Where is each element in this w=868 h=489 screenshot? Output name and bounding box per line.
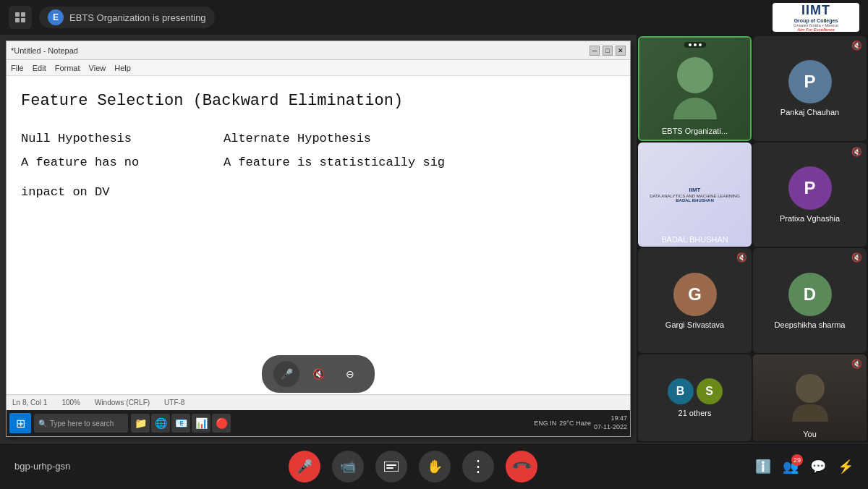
notepad-encoding: UTF-8 bbox=[164, 399, 184, 407]
notepad-minimize-button[interactable]: ─ bbox=[590, 46, 600, 56]
svg-rect-0 bbox=[384, 462, 399, 472]
alt-hyp-body: A feature is statistically sig bbox=[224, 153, 616, 174]
you-name: You bbox=[753, 430, 867, 438]
windows-search[interactable]: 🔍 Type here to search bbox=[34, 414, 128, 433]
gargi-name: Gargi Srivastava bbox=[663, 320, 727, 329]
notepad-close-button[interactable]: ✕ bbox=[616, 46, 626, 56]
participants-button[interactable]: 👥 29 bbox=[783, 459, 799, 475]
notepad-window: *Untitled - Notepad ─ □ ✕ File Edit Form… bbox=[6, 41, 631, 437]
others-name: 21 others bbox=[676, 409, 715, 417]
top-bar: E EBTS Organization is presenting IIMT G… bbox=[0, 0, 868, 35]
participant-tile-badal: IIMT DATA ANALYTICS AND MACHINE LEARNING… bbox=[638, 143, 752, 247]
taskbar-icon-2[interactable]: 🌐 bbox=[151, 414, 170, 433]
notepad-heading: Feature Selection (Backward Elimination) bbox=[21, 88, 616, 114]
gargi-avatar: G bbox=[673, 273, 717, 316]
others-badge-b: B bbox=[668, 378, 694, 404]
notepad-cursor-pos: Ln 8, Col 1 bbox=[12, 399, 47, 407]
grid-icon bbox=[15, 12, 25, 22]
top-bar-left: E EBTS Organization is presenting bbox=[9, 6, 215, 29]
notepad-menu-view[interactable]: View bbox=[89, 64, 106, 72]
notepad-titlebar: *Untitled - Notepad ─ □ ✕ bbox=[7, 41, 630, 60]
others-badges: B S bbox=[668, 378, 723, 404]
chat-button[interactable]: 💬 bbox=[810, 459, 826, 475]
notepad-menubar: File Edit Format View Help bbox=[7, 60, 630, 76]
alt-hyp-label: Alternate Hypothesis bbox=[224, 129, 616, 150]
deepshikha-mute-icon: 🔇 bbox=[851, 252, 862, 263]
pankaj-name: Pankaj Chauhan bbox=[778, 108, 842, 116]
presenter-initial: E bbox=[53, 12, 59, 22]
others-badge-s: S bbox=[697, 378, 723, 404]
notepad-hypothesis-table: Null Hypothesis Alternate Hypothesis A f… bbox=[21, 129, 616, 174]
iimt-logo: IIMT Group of Colleges Greater Noida • M… bbox=[773, 3, 859, 32]
iimt-logo-image: IIMT Group of Colleges Greater Noida • M… bbox=[773, 3, 859, 32]
taskbar-icon-5[interactable]: 🔴 bbox=[212, 414, 231, 433]
impact-text: inpact on DV bbox=[21, 182, 616, 203]
overlay-volume-button[interactable]: 🔇 bbox=[305, 361, 331, 387]
bottom-toolbar: bgp-urhp-gsn 🎤 📹 ✋ ⋮ 📞 ℹ️ 👥 29 💬 ⚡ bbox=[0, 443, 868, 489]
hand-raise-button[interactable]: ✋ bbox=[419, 451, 451, 482]
taskbar-temperature: 29°C Haze bbox=[559, 420, 591, 427]
windows-taskbar: ⊞ 🔍 Type here to search 📁 🌐 📧 📊 🔴 bbox=[7, 410, 630, 436]
pankaj-avatar: P bbox=[788, 60, 832, 103]
notepad-controls: ─ □ ✕ bbox=[590, 46, 626, 56]
presenter-text: EBTS Organization is presenting bbox=[69, 12, 206, 23]
taskbar-icon-3[interactable]: 📧 bbox=[171, 414, 190, 433]
participant-tile-ebts: EBTS Organizati... bbox=[638, 36, 752, 141]
toolbar-left: bgp-urhp-gsn bbox=[14, 461, 70, 472]
toolbar-right: ℹ️ 👥 29 💬 ⚡ bbox=[755, 459, 854, 475]
info-button[interactable]: ℹ️ bbox=[755, 459, 771, 475]
windows-taskbar-icons: 📁 🌐 📧 📊 🔴 bbox=[131, 414, 531, 433]
iimt-subtitle: Group of Colleges bbox=[793, 18, 838, 23]
participant-tile-you: 🔇 You bbox=[753, 354, 867, 441]
taskbar-encoding: ENG IN bbox=[534, 420, 556, 427]
notepad-menu-format[interactable]: Format bbox=[55, 64, 80, 72]
ebts-three-dots[interactable] bbox=[684, 42, 706, 48]
null-hyp-label: Null Hypothesis bbox=[21, 129, 224, 150]
camera-button[interactable]: 📹 bbox=[332, 451, 364, 482]
notepad-menu-file[interactable]: File bbox=[11, 64, 24, 72]
taskbar-icon-1[interactable]: 📁 bbox=[131, 414, 150, 433]
participant-tile-pratixa: 🔇 P Pratixa Vghashia bbox=[753, 143, 867, 247]
meeting-id: bgp-urhp-gsn bbox=[14, 461, 70, 472]
toolbar-center: 🎤 📹 ✋ ⋮ 📞 bbox=[289, 451, 537, 482]
pratixa-avatar: P bbox=[788, 166, 832, 210]
taskbar-icon-4[interactable]: 📊 bbox=[192, 414, 210, 433]
overlay-more-button[interactable]: ⊖ bbox=[337, 361, 363, 387]
windows-start-button[interactable]: ⊞ bbox=[9, 413, 31, 433]
pratixa-name: Pratixa Vghashia bbox=[777, 214, 843, 223]
pankaj-mute-icon: 🔇 bbox=[851, 41, 862, 51]
more-options-button[interactable]: ⋮ bbox=[462, 451, 494, 482]
participant-tile-gargi: 🔇 G Gargi Srivastava bbox=[638, 248, 752, 353]
gargi-mute-icon: 🔇 bbox=[736, 252, 747, 263]
notepad-menu-edit[interactable]: Edit bbox=[33, 64, 46, 72]
shared-screen: *Untitled - Notepad ─ □ ✕ File Edit Form… bbox=[0, 35, 637, 443]
presenter-avatar: E bbox=[48, 9, 64, 25]
notepad-menu-help[interactable]: Help bbox=[114, 64, 131, 72]
taskbar-time: 19:47 07-11-2022 bbox=[594, 414, 627, 431]
overlay-mute-button[interactable]: 🎤 bbox=[273, 361, 299, 387]
main-container: E EBTS Organization is presenting IIMT G… bbox=[0, 0, 868, 489]
null-hyp-body: A feature has no bbox=[21, 153, 224, 174]
you-mute-icon: 🔇 bbox=[851, 359, 862, 369]
mute-button[interactable]: 🎤 bbox=[289, 451, 320, 482]
svg-rect-2 bbox=[386, 467, 393, 469]
participants-grid: EBTS Organizati... 🔇 P Pankaj Chauhan II… bbox=[637, 35, 868, 443]
notepad-zoom: 100% bbox=[61, 399, 80, 407]
grid-view-button[interactable] bbox=[9, 6, 32, 29]
deepshikha-name: Deepshikha sharma bbox=[772, 320, 848, 329]
activities-button[interactable]: ⚡ bbox=[838, 459, 854, 475]
content-area: *Untitled - Notepad ─ □ ✕ File Edit Form… bbox=[0, 35, 868, 443]
notepad-maximize-button[interactable]: □ bbox=[603, 46, 613, 56]
badal-name: BADAL BHUSHAN bbox=[638, 235, 752, 244]
notepad-statusbar: Ln 8, Col 1 100% Windows (CRLF) UTF-8 bbox=[7, 394, 630, 410]
ebts-name: EBTS Organizati... bbox=[659, 127, 731, 135]
pratixa-mute-icon: 🔇 bbox=[851, 147, 862, 157]
windows-sys-tray: ENG IN 29°C Haze 19:47 07-11-2022 bbox=[534, 414, 627, 431]
end-call-button[interactable]: 📞 bbox=[499, 443, 544, 488]
notepad-title: *Untitled - Notepad bbox=[11, 46, 78, 55]
captions-button[interactable] bbox=[375, 451, 407, 482]
participant-tile-pankaj: 🔇 P Pankaj Chauhan bbox=[753, 36, 867, 141]
iimt-tagline: Aim For Excellence bbox=[793, 27, 838, 32]
deepshikha-avatar: D bbox=[788, 273, 832, 316]
participant-tile-others: B S 21 others bbox=[638, 354, 752, 441]
